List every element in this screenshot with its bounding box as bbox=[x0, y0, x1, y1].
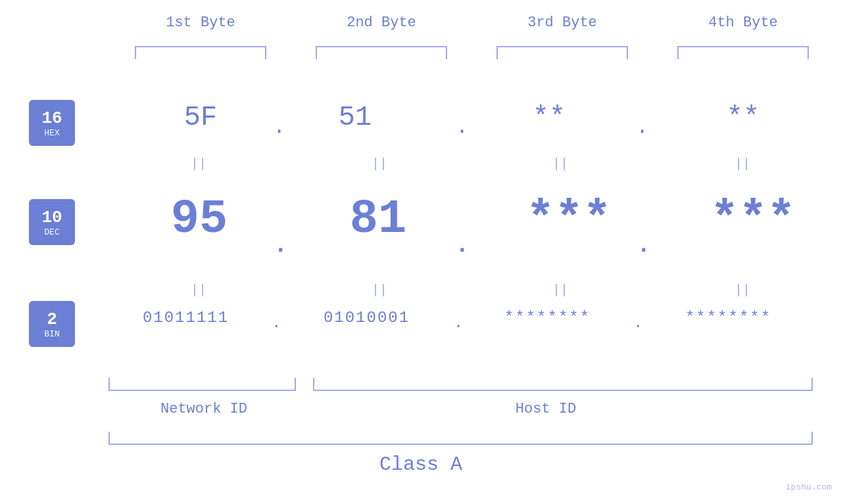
eq4-dec-bin: || bbox=[735, 283, 750, 298]
bracket-byte2 bbox=[316, 46, 447, 59]
byte2-header: 2nd Byte bbox=[316, 14, 447, 31]
bin-dot3: . bbox=[633, 314, 642, 332]
main-layout: 1st Byte 2nd Byte 3rd Byte 4th Byte 16 H… bbox=[0, 0, 845, 504]
bin-dot2: . bbox=[454, 314, 463, 332]
eq3-hex-dec: || bbox=[552, 156, 568, 172]
eq2-dec-bin: || bbox=[372, 283, 387, 298]
network-id-label: Network ID bbox=[132, 401, 276, 417]
dec-b3: *** bbox=[503, 193, 635, 246]
bin-dot1: . bbox=[272, 314, 281, 332]
bin-badge-label: BIN bbox=[44, 329, 59, 339]
watermark: ipshu.com bbox=[786, 482, 832, 492]
bin-b3: ******** bbox=[470, 309, 625, 327]
dec-b1: 95 bbox=[150, 193, 249, 246]
hex-badge-label: HEX bbox=[44, 128, 59, 138]
dec-b4: *** bbox=[687, 193, 819, 246]
hex-badge-number: 16 bbox=[41, 108, 62, 128]
hex-b4: ** bbox=[704, 102, 783, 133]
bracket-byte4 bbox=[677, 46, 809, 59]
eq1-dec-bin: || bbox=[191, 283, 206, 298]
class-label: Class A bbox=[355, 453, 487, 476]
hex-b2: 51 bbox=[316, 102, 395, 133]
hex-dot1: . bbox=[273, 115, 285, 139]
hex-b1: 5F bbox=[161, 102, 240, 133]
byte3-header: 3rd Byte bbox=[496, 14, 628, 31]
byte4-header: 4th Byte bbox=[677, 14, 809, 31]
byte1-header: 1st Byte bbox=[135, 14, 266, 31]
host-id-label: Host ID bbox=[487, 401, 605, 417]
dec-badge-number: 10 bbox=[41, 208, 62, 227]
bracket-byte1 bbox=[135, 46, 266, 59]
eq3-dec-bin: || bbox=[552, 283, 568, 298]
bin-b2: 01010001 bbox=[289, 309, 444, 327]
hex-badge: 16 HEX bbox=[29, 100, 75, 146]
eq1-hex-dec: || bbox=[191, 156, 206, 172]
hex-b3: ** bbox=[510, 102, 589, 133]
bin-badge: 2 BIN bbox=[29, 301, 75, 347]
dec-b2: 81 bbox=[329, 193, 427, 246]
hex-dot3: . bbox=[636, 115, 648, 139]
bin-b1: 01011111 bbox=[109, 309, 263, 327]
dec-badge-label: DEC bbox=[44, 227, 59, 237]
host-id-bracket bbox=[313, 378, 813, 391]
bracket-byte3 bbox=[496, 46, 628, 59]
dec-badge: 10 DEC bbox=[29, 199, 75, 245]
bin-badge-number: 2 bbox=[47, 309, 57, 329]
dec-dot3: . bbox=[637, 232, 651, 259]
eq2-hex-dec: || bbox=[372, 156, 387, 172]
class-bracket bbox=[109, 432, 813, 445]
network-id-bracket bbox=[109, 378, 296, 391]
bin-b4: ******** bbox=[651, 309, 806, 327]
eq4-hex-dec: || bbox=[735, 156, 750, 172]
hex-dot2: . bbox=[456, 115, 468, 139]
dec-dot1: . bbox=[274, 232, 288, 259]
dec-dot2: . bbox=[455, 232, 470, 259]
